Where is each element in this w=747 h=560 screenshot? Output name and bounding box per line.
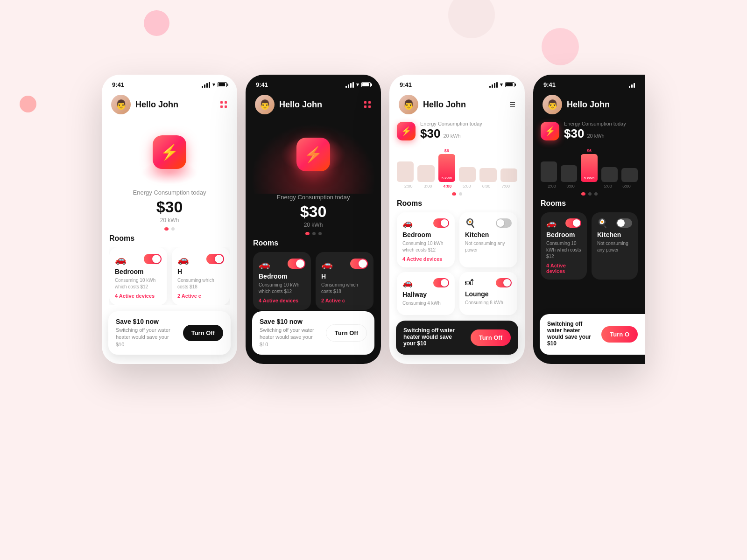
dot-2-4	[588, 192, 592, 196]
avatar-3: 👨	[399, 95, 418, 114]
energy-icon-4: ⚡	[541, 122, 559, 140]
turn-off-btn-3[interactable]: Turn Off	[471, 329, 511, 346]
room-header-bed-4: 🚗	[546, 218, 581, 228]
room-icon-h-2: 🚗	[321, 259, 333, 270]
status-icons-1: ▾	[202, 82, 227, 88]
status-icons-3: ▾	[489, 82, 514, 88]
username-4: Hello John	[567, 100, 610, 110]
room-icon-hall-3: 🚗	[402, 278, 413, 288]
dot-active-4	[581, 192, 585, 196]
banner-sub-2: Switching off your water heater would sa…	[260, 327, 320, 348]
room-active-h-2: 2 Active c	[321, 298, 368, 303]
phone-3: 9:41 ▾ 👨 Hello John ≡ ⚡ Energy Consumpti…	[389, 75, 525, 364]
room-card-bedroom-2: 🚗 Bedroom Consuming 10 kWh which costs $…	[253, 252, 311, 310]
xlabel-2: 3:00	[418, 184, 438, 189]
room-header-lounge-3: 🛋	[465, 278, 512, 287]
avatar-4: 👨	[543, 95, 562, 114]
xlabel-d1: 2:00	[543, 184, 561, 189]
energy-amount-1: $30	[109, 198, 230, 216]
bar-1	[397, 161, 414, 182]
bar-6	[500, 168, 517, 182]
xlabel-5: 6:00	[477, 184, 496, 189]
toggle-h-2[interactable]	[350, 259, 368, 269]
banner-4: Switching off water heater would save yo…	[540, 314, 645, 355]
toggle-kit-3[interactable]	[496, 218, 512, 228]
room-desc-lounge-3: Consuming 8 kWh	[465, 300, 512, 306]
room-header-hall-3: 🚗	[402, 278, 449, 288]
rooms-grid-1: 🚗 Bedroom Consuming 10 kWh which costs $…	[109, 247, 230, 305]
wifi-icon-3: ▾	[500, 82, 503, 88]
bar-3: 5 kWh	[438, 154, 455, 182]
dot-active-3	[452, 192, 456, 196]
chart-bar-2	[417, 145, 434, 182]
chart-4: $6 5 kWh 2:00 3:00 5:00	[533, 145, 645, 189]
room-icon-h-1: 🚗	[177, 254, 189, 265]
xlabel-d2: 3:00	[561, 184, 580, 189]
battery-icon-3	[505, 82, 514, 87]
page-dots-4	[533, 192, 645, 196]
page-dots-3	[389, 192, 525, 196]
rooms-grid-2: 🚗 Bedroom Consuming 10 kWh which costs $…	[253, 252, 374, 310]
lightning-icon-2: ⚡	[304, 146, 323, 163]
toggle-hall-3[interactable]	[433, 278, 449, 287]
banner-title-3: Switching off water heater would save yo…	[403, 327, 465, 347]
energy-text-3: Energy Consumption today $30 20 kWh	[420, 121, 482, 141]
avatar-1: 👨	[111, 95, 131, 114]
xlabel-3: 4:00	[437, 184, 457, 189]
energy-amount-2: $30	[253, 203, 374, 221]
menu-icon-3[interactable]: ≡	[509, 99, 515, 110]
chart-x-labels-4: 2:00 3:00 5:00 6:00	[541, 184, 638, 189]
phones-container: 9:41 ▾ 👨 Hello John ⚡	[0, 0, 747, 364]
chart-bar-5	[479, 145, 496, 182]
battery-icon-1	[218, 82, 227, 87]
user-info-2: 👨 Hello John	[255, 95, 322, 114]
turn-off-btn-4[interactable]: Turn O	[601, 326, 638, 343]
status-bar-3: 9:41 ▾	[389, 75, 525, 92]
toggle-bed-2[interactable]	[288, 259, 305, 269]
room-icon-bed-4: 🚗	[546, 218, 557, 228]
chart-bar-6	[500, 145, 517, 182]
toggle-h-1[interactable]	[206, 254, 224, 264]
room-name-lounge-3: Lounge	[465, 290, 512, 298]
energy-info-1: Energy Consumption today $30 20 kWh	[102, 189, 237, 234]
room-name-bed-3: Bedroom	[402, 231, 449, 238]
dot-2-1	[171, 227, 175, 231]
room-card-header-1: 🚗	[115, 254, 162, 265]
turn-off-btn-1[interactable]: Turn Off	[183, 325, 223, 341]
banner-title-4: Switching off water heater would save yo…	[547, 321, 596, 347]
room-hallway-3: 🚗 Hallway Consuming 4 kWh	[397, 272, 455, 315]
chart-3: $6 5 kWh	[389, 145, 525, 189]
user-info-3: 👨 Hello John	[399, 95, 466, 114]
header-3: 👨 Hello John ≡	[389, 92, 525, 119]
toggle-bed-4[interactable]	[565, 218, 581, 228]
turn-off-btn-2[interactable]: Turn Off	[326, 324, 367, 342]
toggle-kit-4[interactable]	[616, 218, 632, 228]
dot-active-2	[305, 232, 310, 235]
time-2: 9:41	[256, 81, 268, 88]
room-active-h-1: 2 Active c	[177, 293, 224, 299]
toggle-bed-3[interactable]	[433, 218, 449, 228]
signal-icon-3	[489, 82, 498, 88]
energy-compact-3: ⚡ Energy Consumption today $30 20 kWh	[389, 119, 525, 145]
menu-dots-2[interactable]	[364, 101, 372, 108]
status-icons-4	[629, 82, 635, 88]
rooms-section-1: Rooms 🚗 Bedroom Consuming 10 kWh which c…	[102, 234, 237, 305]
room-card-header-bed-2: 🚗	[259, 259, 305, 270]
room-icon-kit-4: 🍳	[597, 218, 607, 228]
room-active-bedroom-1: 4 Active devices	[115, 293, 162, 299]
banner-3: Switching off water heater would save yo…	[396, 321, 518, 355]
rooms-section-4: Rooms 🚗 Bedroom Consuming 10 kWh which c…	[533, 199, 645, 280]
wifi-icon-1: ▾	[212, 82, 215, 88]
room-bedroom-3: 🚗 Bedroom Consuming 10 kWh which costs $…	[397, 212, 455, 267]
user-info-1: 👨 Hello John	[111, 95, 178, 114]
toggle-lounge-3[interactable]	[496, 278, 512, 287]
wifi-icon-2: ▾	[356, 82, 359, 88]
menu-dots-1[interactable]	[220, 101, 228, 108]
room-bedroom-4: 🚗 Bedroom Consuming 10 kWh which costs $…	[541, 212, 587, 280]
page-dots-1	[109, 227, 230, 231]
header-2: 👨 Hello John	[246, 92, 381, 119]
toggle-bedroom-1[interactable]	[144, 254, 162, 264]
bar-d3: 5 kWh	[581, 154, 597, 182]
rooms-label-1: Rooms	[109, 234, 230, 243]
banner-text-3: Switching off water heater would save yo…	[403, 327, 465, 348]
